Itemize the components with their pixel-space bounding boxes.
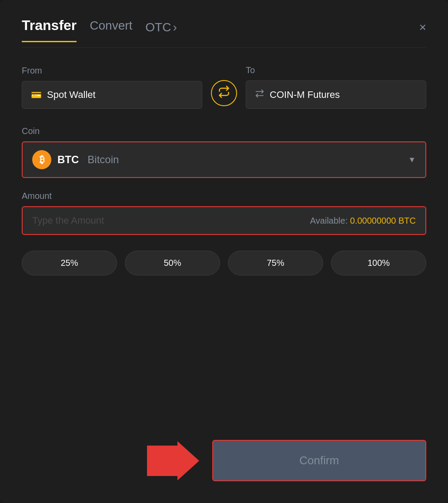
svg-marker-2 <box>147 441 199 480</box>
swap-button[interactable] <box>211 80 237 106</box>
swap-icon <box>218 86 230 101</box>
close-button[interactable]: × <box>419 20 426 34</box>
to-wallet-name: COIN-M Futures <box>270 89 340 101</box>
wallet-icon: 💳 <box>31 90 42 100</box>
arrow-indicator <box>22 441 199 480</box>
red-arrow-icon <box>147 441 199 480</box>
bottom-section: Confirm <box>22 431 426 481</box>
amount-input-box: Available: 0.00000000 BTC <box>22 206 426 235</box>
modal-header: Transfer Convert OTC › × <box>22 17 426 37</box>
from-label: From <box>22 66 202 76</box>
from-wallet-selector[interactable]: 💳 Spot Wallet <box>22 81 202 109</box>
amount-input[interactable] <box>32 215 119 226</box>
to-group: To COIN-M Futures <box>246 65 426 109</box>
from-group: From 💳 Spot Wallet <box>22 66 202 109</box>
amount-label: Amount <box>22 191 426 201</box>
coin-selector[interactable]: ₿ BTC Bitcoin ▼ <box>22 141 426 178</box>
to-wallet-selector[interactable]: COIN-M Futures <box>246 80 426 109</box>
coin-label: Coin <box>22 126 426 136</box>
from-to-section: From 💳 Spot Wallet To <box>22 65 426 109</box>
percentage-buttons: 25% 50% 75% 100% <box>22 251 426 275</box>
from-wallet-name: Spot Wallet <box>47 89 96 101</box>
nav-tabs: Transfer Convert OTC › <box>22 17 406 37</box>
pct-75-button[interactable]: 75% <box>228 251 323 275</box>
tab-transfer[interactable]: Transfer <box>22 17 77 37</box>
btc-icon: ₿ <box>32 150 51 169</box>
to-label: To <box>246 65 426 75</box>
coin-symbol: BTC <box>57 154 79 166</box>
coin-section: Coin ₿ BTC Bitcoin ▼ <box>22 126 426 178</box>
tab-convert[interactable]: Convert <box>90 19 132 36</box>
tab-otc[interactable]: OTC › <box>145 20 177 34</box>
coin-name: Bitcoin <box>87 154 119 166</box>
chevron-down-icon: ▼ <box>408 155 416 164</box>
available-text: Available: 0.00000000 BTC <box>310 216 416 226</box>
amount-section: Amount Available: 0.00000000 BTC <box>22 191 426 235</box>
transfer-modal: Transfer Convert OTC › × From 💳 Spot Wal… <box>0 0 448 503</box>
futures-icon <box>255 89 264 101</box>
confirm-button[interactable]: Confirm <box>212 440 426 481</box>
pct-50-button[interactable]: 50% <box>125 251 220 275</box>
pct-25-button[interactable]: 25% <box>22 251 117 275</box>
pct-100-button[interactable]: 100% <box>331 251 426 275</box>
available-value: 0.00000000 BTC <box>350 216 416 225</box>
header-divider <box>22 47 426 48</box>
